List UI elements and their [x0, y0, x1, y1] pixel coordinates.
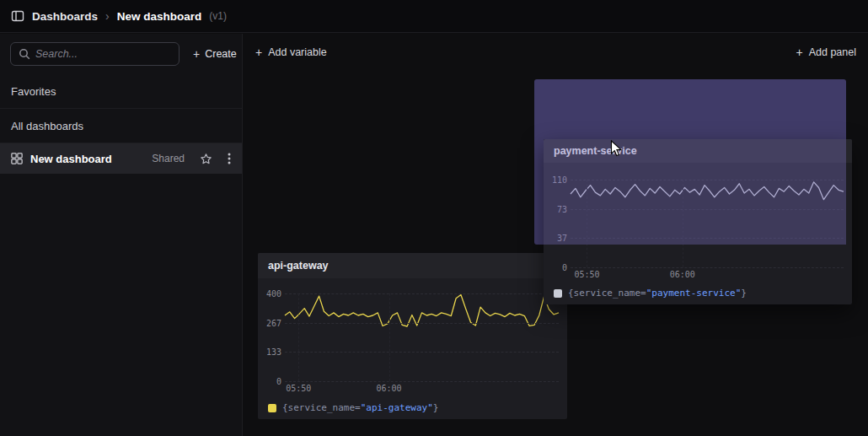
sidebar-section-favorites[interactable]: Favorites: [0, 74, 242, 109]
y-axis-label: 400: [266, 289, 281, 299]
search-input-wrapper[interactable]: [10, 42, 179, 66]
favorite-star-icon[interactable]: [200, 153, 212, 165]
gridline: [571, 180, 844, 180]
y-axis: 4002671330: [263, 293, 285, 381]
legend-swatch: [554, 289, 562, 298]
dashboards-app-icon[interactable]: [11, 9, 24, 23]
dashboard-grid-icon: [11, 153, 23, 164]
panel-title: api-gateway: [268, 260, 329, 272]
gridline: [571, 209, 844, 210]
breadcrumb-dashboards[interactable]: Dashboards: [32, 10, 98, 23]
y-axis-label: 267: [266, 318, 281, 327]
search-input[interactable]: [35, 48, 171, 60]
add-variable-button[interactable]: + Add variable: [255, 46, 327, 58]
gridline: [285, 352, 559, 353]
gridline: [571, 238, 844, 239]
top-bar: Dashboards › New dashboard (v1): [0, 0, 868, 33]
legend-item[interactable]: {service_name="api-gateway"}: [268, 402, 438, 413]
sidebar-item-new-dashboard[interactable]: New dashboard Shared: [0, 143, 242, 174]
x-axis-label: 06:00: [376, 384, 401, 393]
y-axis-label: 37: [557, 234, 567, 243]
y-axis-label: 110: [552, 175, 567, 185]
x-axis-label: 05:50: [286, 384, 311, 393]
timeseries-chart: 4002671330 05:5006:00: [263, 293, 559, 381]
gridline: [389, 293, 390, 381]
gridline: [571, 267, 844, 268]
create-button-label: Create: [205, 48, 237, 60]
version-tag: (v1): [209, 10, 227, 22]
panel-title: payment-service: [554, 145, 637, 157]
plus-icon: +: [796, 46, 803, 58]
plus-icon: +: [193, 48, 200, 60]
timeseries-chart: 11073370 05:5006:00: [549, 180, 844, 267]
panel-payment-service[interactable]: payment-service 11073370 05:5006:00 {ser…: [544, 139, 852, 304]
y-axis-label: 73: [557, 204, 567, 213]
plot-area: 05:5006:00: [571, 180, 844, 267]
panel-header[interactable]: api-gateway: [258, 253, 567, 278]
line-series: [285, 293, 559, 381]
dashboard-item-name: New dashboard: [30, 153, 112, 165]
add-panel-button[interactable]: + Add panel: [796, 46, 857, 58]
sidebar-section-all-dashboards[interactable]: All dashboards: [0, 109, 242, 143]
sidebar: + Create Favorites All dashboards New da…: [0, 34, 243, 436]
plus-icon: +: [255, 46, 262, 58]
legend-label: {service_name="api-gateway"}: [282, 402, 438, 413]
legend-swatch: [268, 404, 276, 412]
app-window: Dashboards › New dashboard (v1) + Create: [0, 0, 868, 436]
y-axis-label: 0: [276, 377, 281, 386]
y-axis-label: 133: [266, 347, 281, 357]
panel-header[interactable]: payment-service: [544, 139, 852, 163]
x-axis-label: 05:50: [574, 270, 599, 279]
plot-area: 05:5006:00: [285, 293, 559, 381]
line-series: [571, 180, 844, 267]
add-panel-label: Add panel: [809, 46, 856, 58]
favorites-label: Favorites: [11, 85, 56, 98]
breadcrumb-chevron-icon: ›: [105, 10, 110, 22]
search-icon: [19, 48, 30, 60]
shared-badge: Shared: [152, 153, 185, 164]
legend-label: {service_name="payment-service"}: [568, 288, 747, 299]
y-axis-label: 0: [562, 263, 567, 272]
gridline: [285, 293, 559, 294]
gridline: [298, 293, 299, 381]
x-axis-label: 06:00: [670, 270, 695, 279]
gridline: [587, 180, 587, 267]
sidebar-search-row: + Create: [0, 34, 242, 74]
gridline: [285, 381, 559, 382]
create-button[interactable]: + Create: [185, 42, 245, 66]
kebab-menu-icon[interactable]: [228, 152, 231, 165]
gridline: [285, 323, 559, 324]
legend-item[interactable]: {service_name="payment-service"}: [554, 288, 747, 299]
dashboard-toolbar: + Add variable + Add panel: [244, 34, 868, 71]
panel-api-gateway[interactable]: api-gateway 4002671330 05:5006:00 {servi…: [258, 253, 567, 419]
gridline: [683, 180, 683, 267]
all-dashboards-label: All dashboards: [11, 120, 83, 132]
add-variable-label: Add variable: [268, 46, 327, 58]
y-axis: 11073370: [549, 180, 571, 267]
breadcrumb-current-dashboard: New dashboard: [117, 10, 202, 23]
